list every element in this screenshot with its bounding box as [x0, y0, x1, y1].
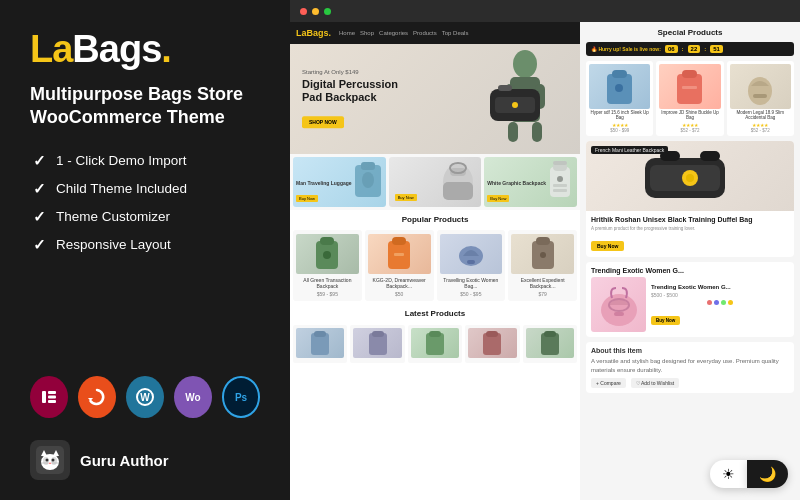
product-img-3 — [440, 234, 503, 274]
swatch-red[interactable] — [707, 300, 712, 305]
tech-icons-row: W Wo Ps — [30, 376, 260, 418]
about-item-section: About this item A versatile and stylish … — [586, 342, 794, 393]
product-price-2: $50 — [368, 291, 431, 297]
nav-link-shop: Shop — [360, 30, 374, 36]
hero-text: Starting At Only $149 Digital Percussion… — [302, 69, 398, 128]
latest-item-5 — [523, 325, 577, 363]
popular-products-grid: All Green Transaction Backpack $59 - $95… — [290, 227, 580, 304]
special-product-1: Hyper sdf 15.6 inch Sleek Up Bag ★★★★ $5… — [586, 61, 653, 136]
timer-sep-2: : — [704, 46, 706, 52]
svg-point-44 — [323, 251, 331, 259]
featured-product-name: Hrithik Roshan Unisex Black Training Duf… — [591, 216, 789, 224]
wordpress-icon: W — [126, 376, 164, 418]
swatch-yellow[interactable] — [728, 300, 733, 305]
elementor-icon — [30, 376, 68, 418]
compare-button[interactable]: + Compare — [591, 378, 626, 388]
light-mode-option[interactable]: ☀ — [710, 460, 747, 488]
about-item-actions: + Compare ♡ Add to Wishlist — [591, 378, 789, 388]
special-product-img-1 — [589, 64, 650, 109]
svg-point-65 — [615, 84, 623, 92]
product-price-1: $59 - $95 — [296, 291, 359, 297]
check-icon-1: ✓ — [30, 152, 48, 170]
latest-img-1 — [296, 328, 344, 358]
svg-rect-33 — [443, 182, 473, 200]
latest-img-2 — [353, 328, 401, 358]
feature-item-3: ✓ Theme Customizer — [30, 208, 260, 226]
svg-rect-70 — [753, 94, 767, 98]
product-card-3: Travelling Exotic Women Bag... $50 - $95 — [437, 230, 506, 301]
store-nav: LaBags. Home Shop Categories Products To… — [290, 22, 580, 44]
svg-rect-40 — [553, 184, 567, 187]
svg-rect-3 — [48, 400, 56, 403]
featured-product-info: Hrithik Roshan Unisex Black Training Duf… — [586, 211, 794, 257]
sub-banner-1-label: Man Traveling Luggage — [296, 181, 352, 187]
svg-point-14 — [46, 459, 49, 462]
swatch-green[interactable] — [721, 300, 726, 305]
special-products-title: Special Products — [586, 28, 794, 37]
sub-banner-1: Man Traveling Luggage Buy Now — [293, 157, 386, 207]
svg-rect-43 — [320, 237, 334, 245]
trending-product-details: Trending Exotic Women G... $500 - $500 B… — [651, 284, 789, 326]
logo-la: La — [30, 28, 72, 70]
dark-mode-option[interactable]: 🌙 — [747, 460, 788, 488]
sub-banners-row: Man Traveling Luggage Buy Now — [290, 154, 580, 210]
latest-products-grid — [293, 325, 577, 363]
latest-img-4 — [468, 328, 516, 358]
trending-buy-button[interactable]: Buy Now — [651, 316, 680, 325]
svg-rect-67 — [682, 70, 697, 78]
special-product-3: Modern Legal 18.9 Slim Accidental Bag ★★… — [727, 61, 794, 136]
svg-rect-38 — [553, 161, 567, 165]
nav-link-categories: Categories — [379, 30, 408, 36]
browser-dot-green — [324, 8, 331, 15]
popular-products-title: Popular Products — [290, 210, 580, 227]
wishlist-button[interactable]: ♡ Add to Wishlist — [631, 378, 679, 388]
woocommerce-icon: Wo — [174, 376, 212, 418]
special-product-price-3: $52 - $72 — [730, 128, 791, 133]
browser-bar — [290, 0, 800, 22]
guru-icon — [30, 440, 70, 480]
svg-point-15 — [52, 459, 55, 462]
svg-point-28 — [512, 102, 518, 108]
svg-rect-30 — [361, 162, 375, 170]
svg-rect-1 — [48, 391, 56, 394]
special-product-name-3: Modern Legal 18.9 Slim Accidental Bag — [730, 111, 791, 121]
about-item-title: About this item — [591, 347, 789, 354]
svg-point-52 — [540, 252, 546, 258]
feature-item-4: ✓ Responsive Layout — [30, 236, 260, 254]
featured-buy-button[interactable]: Buy Now — [591, 241, 624, 251]
nav-link-home: Home — [339, 30, 355, 36]
svg-rect-0 — [42, 391, 46, 403]
svg-rect-47 — [394, 253, 404, 256]
dark-mode-toggle[interactable]: ☀ 🌙 — [710, 460, 788, 488]
special-product-price-1: $50 - $99 — [589, 128, 650, 133]
product-img-4 — [511, 234, 574, 274]
check-icon-2: ✓ — [30, 180, 48, 198]
latest-img-3 — [411, 328, 459, 358]
featured-product-image: French Mani Leather Backpack — [586, 141, 794, 211]
latest-products-section — [290, 321, 580, 367]
sub-banner-1-btn[interactable]: Buy Now — [296, 195, 318, 202]
svg-rect-51 — [536, 237, 550, 245]
browser-dot-yellow — [312, 8, 319, 15]
timer-hours: 06 — [665, 45, 678, 53]
svg-rect-27 — [498, 85, 512, 91]
hero-cta-button[interactable]: SHOP NOW — [302, 117, 344, 129]
sub-banner-2-btn[interactable]: Buy Now — [395, 194, 417, 201]
hero-starting: Starting At Only $149 — [302, 69, 398, 75]
color-swatches — [651, 300, 789, 305]
features-list: ✓ 1 - Click Demo Import ✓ Child Theme In… — [30, 152, 260, 254]
sub-banner-3-btn[interactable]: Buy Now — [487, 195, 509, 202]
store-sidebar-preview: Special Products 🔥 Hurry up! Sale is liv… — [580, 22, 800, 500]
product-card-4: Excellent Expedient Backpack... $79 — [508, 230, 577, 301]
swatch-blue[interactable] — [714, 300, 719, 305]
timer-minutes: 22 — [688, 45, 701, 53]
svg-rect-68 — [682, 86, 697, 89]
product-name-4: Excellent Expedient Backpack... — [511, 277, 574, 289]
timer-sep-1: : — [682, 46, 684, 52]
timer-seconds: 51 — [710, 45, 723, 53]
special-product-2: Improve JD Shine Buckle Up Bag ★★★★ $52 … — [656, 61, 723, 136]
svg-point-39 — [557, 176, 563, 182]
svg-point-19 — [513, 50, 537, 78]
svg-rect-60 — [486, 331, 498, 337]
latest-products-title: Latest Products — [290, 304, 580, 321]
